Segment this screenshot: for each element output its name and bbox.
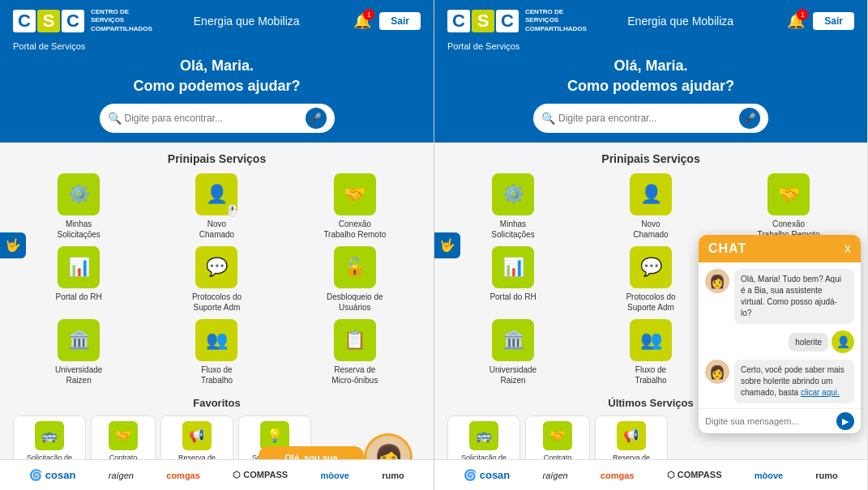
service-item-r2[interactable]: 🤝 ConexãoTrabalho Remoto (723, 173, 854, 240)
last-label-1: Contrato (544, 454, 572, 459)
service-item-5[interactable]: 🔓 Desbloqueio deUsuários (289, 246, 421, 313)
sair-button[interactable]: Sair (379, 12, 421, 30)
service-icon-7: 👥 (195, 319, 237, 361)
logo-csc-r: C S C (447, 10, 519, 32)
last-icon-0: 🚌 (469, 421, 498, 450)
chat-input-row: ▶ (699, 408, 861, 433)
search-input-r[interactable] (558, 113, 739, 124)
service-icon-6: 🏛️ (58, 319, 100, 361)
service-icon-2: 🤝 (334, 173, 376, 215)
chat-bot-msg-2: 👩 Certo, você pode saber mais sobre hole… (705, 360, 854, 403)
service-item-0[interactable]: ⚙️ MinhasSolicitações (13, 173, 144, 240)
header-right: C S C CENTRO DESERVIÇOSCOMPARTILHADOS En… (434, 0, 867, 41)
service-item-4[interactable]: 💬 Protocolos doSuporte Adm (151, 246, 282, 313)
service-item-6[interactable]: 🏛️ UniversidadeRaizen (13, 319, 144, 386)
service-item-r4[interactable]: 💬 Protocolos doSuporte Adm (585, 246, 716, 313)
mic-button-r[interactable]: 🎤 (739, 108, 760, 129)
chat-body: 👩 Olá, Maria! Tudo bem? Aqui é a Bia, su… (699, 262, 861, 408)
service-icon-r4: 💬 (630, 246, 672, 288)
assistant-bubble[interactable]: Olá, sou sua Assistente Virtual! 👩 (5, 433, 413, 459)
service-label-7: Fluxo deTrabalho (201, 364, 233, 386)
last-label-0: Solicitação de uso do Fretado (455, 454, 513, 459)
logo-area-r: C S C CENTRO DESERVIÇOSCOMPARTILHADOS (447, 8, 574, 33)
chat-title: CHAT (708, 241, 746, 256)
service-label-r4: Protocolos doSuporte Adm (626, 292, 675, 313)
last-label-2: Reserva de Posição... (602, 454, 661, 459)
chat-header: CHAT x (699, 235, 861, 262)
chat-user-avatar: 👤 (832, 330, 854, 353)
chat-user-msg-1: holerite 👤 (705, 330, 854, 353)
chat-input[interactable] (705, 416, 836, 426)
service-icon-3: 📊 (58, 246, 100, 288)
last-icon-2: 📢 (617, 421, 646, 450)
service-item-8[interactable]: 📋 Reserva deMicro-ônibus (289, 319, 421, 386)
bell-icon[interactable]: 🔔 1 (353, 12, 371, 30)
bell-icon-r[interactable]: 🔔 1 (787, 12, 805, 30)
service-icon-8: 📋 (334, 319, 376, 361)
service-icon-r6: 🏛️ (492, 319, 534, 361)
greeting: Olá, Maria. Como podemos ajudar? (13, 56, 421, 96)
service-label-r0: MinhasSolicitações (491, 219, 534, 240)
footer-logo-cosan: 🌀 cosan (29, 469, 75, 481)
main-content-left: Prinipais Serviços ⚙️ MinhasSolicitações… (0, 143, 434, 459)
service-item-r1[interactable]: 👤 NovoChamado (585, 173, 716, 240)
service-grid: ⚙️ MinhasSolicitações 👤 🖱️ NovoChamado 🤝… (13, 173, 421, 386)
logo-c1: C (13, 10, 36, 32)
logo-c2-r: C (496, 10, 519, 32)
service-label-4: Protocolos doSuporte Adm (192, 292, 242, 313)
last-item-2[interactable]: 📢 Reserva de Posição... (595, 415, 668, 459)
footer-logo-raigen-r: raígen (542, 471, 567, 480)
service-item-1[interactable]: 👤 🖱️ NovoChamado (151, 173, 282, 240)
logo-c2: C (62, 10, 84, 32)
search-input[interactable] (125, 113, 306, 124)
logo-s: S (37, 10, 60, 32)
service-label-0: MinhasSolicitações (57, 219, 100, 240)
logo-text-r: CENTRO DESERVIÇOSCOMPARTILHADOS (525, 8, 574, 33)
service-item-3[interactable]: 📊 Portal do RH (13, 246, 144, 313)
service-label-5: Desbloqueio deUsuários (327, 292, 383, 313)
bell-badge-r: 1 (797, 9, 808, 20)
service-item-2[interactable]: 🤝 ConexãoTrabalho Remoto (289, 173, 421, 240)
screen-left: C S C CENTRO DE SERVIÇOS COMPARTILHADOS … (0, 0, 434, 490)
service-label-1: NovoChamado (199, 219, 234, 240)
service-item-7[interactable]: 👥 Fluxo deTrabalho (151, 319, 282, 386)
service-label-6: UniversidadeRaizen (55, 364, 102, 386)
service-item-r6[interactable]: 🏛️ UniversidadeRaizen (447, 319, 579, 386)
subheader-right: Portal de Serviços Olá, Maria. Como pode… (434, 41, 867, 142)
service-item-r3[interactable]: 📊 Portal do RH (447, 246, 579, 313)
assistant-avatar: 👩 (364, 433, 413, 459)
last-item-1[interactable]: 🤝 Contrato (525, 415, 590, 459)
service-icon-r1: 👤 (630, 173, 672, 215)
screen-right: C S C CENTRO DESERVIÇOSCOMPARTILHADOS En… (434, 0, 867, 490)
accessibility-button[interactable]: 🤟 (0, 232, 26, 258)
logo-s-r: S (472, 10, 494, 32)
header-tagline: Energia que Mobiliza (194, 15, 300, 28)
chat-close-button[interactable]: x (844, 241, 851, 256)
favorites-title: Favoritos (13, 397, 421, 409)
last-item-0[interactable]: 🚌 Solicitação de uso do Fretado (447, 415, 520, 459)
header-right: 🔔 1 Sair (353, 12, 421, 30)
sair-button-r[interactable]: Sair (813, 12, 854, 30)
greeting-r: Olá, Maria. Como podemos ajudar? (447, 56, 854, 96)
logo-csc: C S C (13, 10, 84, 32)
chat-user-bubble-1: holerite (789, 333, 828, 352)
chat-bot-avatar: 👩 (705, 269, 729, 293)
logo-c1-r: C (447, 10, 470, 32)
header-left: C S C CENTRO DE SERVIÇOS COMPARTILHADOS … (0, 0, 434, 41)
footer-logo-comgas-r: comgas (601, 471, 635, 480)
service-icon-r0: ⚙️ (492, 173, 534, 215)
service-label-3: Portal do RH (56, 292, 102, 302)
chat-send-button[interactable]: ▶ (836, 412, 854, 430)
service-item-r0[interactable]: ⚙️ MinhasSolicitações (447, 173, 579, 240)
service-icon-r7: 👥 (630, 319, 672, 361)
search-bar: 🔍 🎤 (100, 104, 335, 133)
accessibility-button-r[interactable]: 🤟 (434, 232, 460, 258)
footer-left: 🌀 cosan raígen comgas ⬡ COMPASS mòove ru… (0, 459, 434, 490)
mic-button[interactable]: 🎤 (306, 108, 327, 129)
chat-bot-msg-1: 👩 Olá, Maria! Tudo bem? Aqui é a Bia, su… (705, 269, 854, 324)
service-item-r7[interactable]: 👥 Fluxo deTrabalho (585, 319, 716, 386)
portal-label: Portal de Serviços (13, 41, 421, 51)
clicar-aqui-link[interactable]: clicar aqui. (801, 388, 840, 397)
service-icon-4: 💬 (195, 246, 237, 288)
footer-logo-compass-r: ⬡ COMPASS (667, 470, 722, 480)
